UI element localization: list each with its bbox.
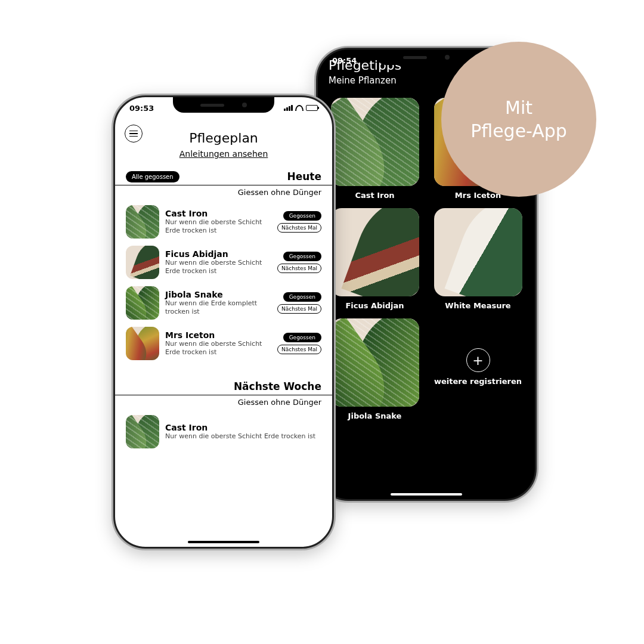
plant-card-cast-iron[interactable]: Cast Iron: [329, 98, 421, 200]
wifi-icon: [295, 105, 304, 111]
plant-card-ficus-abidjan[interactable]: Ficus Abidjan: [329, 208, 421, 310]
status-time: 09:53: [129, 104, 154, 113]
section-subtitle: Giessen ohne Dünger: [115, 395, 332, 411]
plant-thumbnail: [434, 208, 522, 296]
plant-thumbnail: [331, 318, 419, 407]
plant-row-ficus-abidjan[interactable]: Ficus Abidjan Nur wenn die oberste Schic…: [115, 242, 332, 283]
plant-row-mrs-iceton[interactable]: Mrs Iceton Nur wenn die oberste Schicht …: [115, 323, 332, 364]
skip-button[interactable]: Nächstes Mal: [277, 345, 321, 354]
plant-desc: Nur wenn die Erde komplett trocken ist: [165, 299, 271, 316]
plant-row-jibola-snake[interactable]: Jibola Snake Nur wenn die Erde komplett …: [115, 283, 332, 323]
plant-thumbnail: [126, 327, 159, 360]
instructions-link[interactable]: Anleitungen ansehen: [115, 149, 332, 159]
watered-button[interactable]: Gegossen: [283, 252, 321, 261]
plant-desc: Nur wenn die oberste Schicht Erde trocke…: [165, 259, 271, 275]
badge-line1: Mit: [505, 97, 532, 118]
section-title: Nächste Woche: [234, 380, 321, 392]
plant-thumbnail: [126, 246, 159, 279]
plant-name: Mrs Iceton: [165, 330, 271, 340]
plant-desc: Nur wenn die oberste Schicht Erde trocke…: [165, 218, 271, 235]
phone-front: 09:53 Pflegeplan Anleitungen ansehen All…: [113, 95, 334, 549]
plant-desc: Nur wenn die oberste Schicht Erde trocke…: [165, 340, 271, 357]
home-indicator: [391, 493, 462, 496]
watered-button[interactable]: Gegossen: [283, 292, 321, 302]
plant-label: Cast Iron: [355, 191, 394, 200]
section-header-heute: Alle gegossen Heute: [115, 171, 332, 185]
skip-button[interactable]: Nächstes Mal: [277, 223, 321, 233]
plant-thumbnail: [126, 415, 159, 448]
battery-icon: [306, 105, 318, 111]
plant-name: Cast Iron: [165, 423, 321, 432]
plant-thumbnail: [331, 98, 419, 186]
plant-row-cast-iron[interactable]: Cast Iron Nur wenn die oberste Schicht E…: [115, 202, 332, 242]
plant-card-jibola-snake[interactable]: Jibola Snake: [329, 318, 421, 420]
status-icons: [284, 105, 318, 111]
plant-label: Ficus Abidjan: [345, 301, 404, 310]
home-indicator: [188, 541, 259, 543]
phone-notch: [376, 49, 477, 65]
signal-icon: [284, 105, 293, 111]
plant-label: Jibola Snake: [348, 411, 402, 420]
plant-name: Jibola Snake: [165, 290, 271, 299]
plant-thumbnail: [126, 205, 159, 239]
plant-thumbnail: [331, 208, 419, 296]
plant-card-white-measure[interactable]: White Measure: [432, 208, 524, 310]
skip-button[interactable]: Nächstes Mal: [277, 304, 321, 314]
plant-name: Ficus Abidjan: [165, 249, 271, 259]
all-watered-pill[interactable]: Alle gegossen: [126, 171, 179, 182]
add-plant-label: weitere registrieren: [434, 377, 522, 386]
plant-thumbnail: [126, 286, 159, 320]
section-subtitle: Giessen ohne Dünger: [115, 185, 332, 202]
phone-notch: [173, 97, 274, 113]
plant-desc: Nur wenn die oberste Schicht Erde trocke…: [165, 432, 321, 441]
plant-name: Cast Iron: [165, 209, 271, 218]
page-title: Pflegeplan: [115, 131, 332, 145]
plant-label: White Measure: [445, 301, 510, 310]
plus-icon: +: [466, 348, 490, 372]
skip-button[interactable]: Nächstes Mal: [277, 264, 321, 273]
add-plant-card[interactable]: + weitere registrieren: [432, 318, 524, 420]
badge-line2: Pflege-App: [470, 120, 567, 141]
promo-badge: Mit Pflege-App: [441, 42, 596, 197]
section-header-next-week: Nächste Woche: [115, 380, 332, 395]
watered-button[interactable]: Gegossen: [283, 333, 321, 342]
section-title: Heute: [287, 171, 321, 182]
plant-row-cast-iron-next[interactable]: Cast Iron Nur wenn die oberste Schicht E…: [115, 411, 332, 452]
watered-button[interactable]: Gegossen: [283, 211, 321, 221]
status-time: 09:54: [332, 56, 357, 65]
